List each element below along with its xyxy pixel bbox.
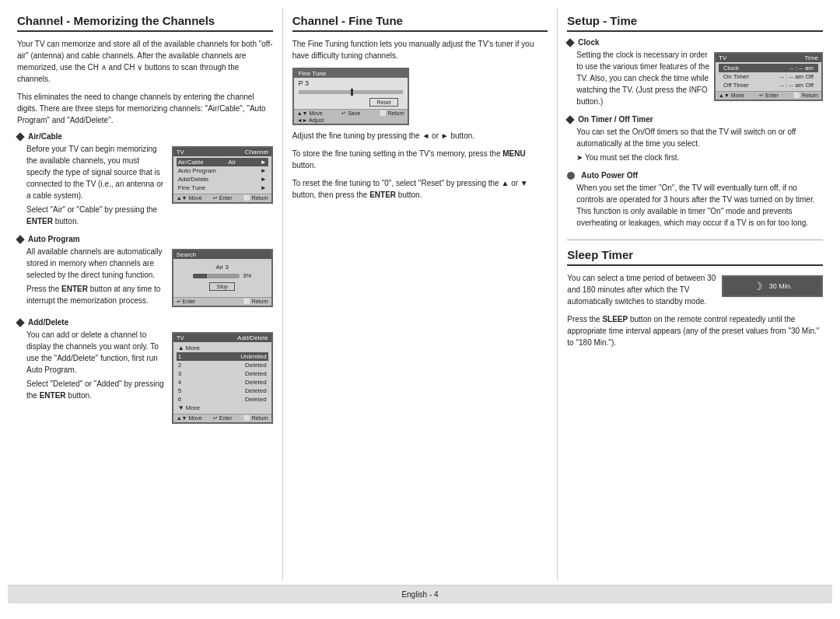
add-delete-row-more-bottom: ▼ More bbox=[177, 404, 268, 412]
sleep-icon: ☽ bbox=[753, 280, 763, 292]
time-screen: TV Time Clock -- : -- am On Timer -- : -… bbox=[714, 52, 823, 101]
col2-text3: To reset the fine tuning to "0", select … bbox=[292, 177, 548, 201]
add-delete-title: Add/Delete bbox=[17, 318, 273, 327]
auto-power-off-title: Auto Power Off bbox=[567, 171, 823, 180]
circle-icon bbox=[567, 172, 575, 180]
clock-title: Clock bbox=[567, 38, 823, 47]
channel-row-2: Add/Delete ► bbox=[177, 175, 268, 184]
diamond-icon-2 bbox=[16, 235, 24, 243]
ft-reset: Reset bbox=[369, 98, 397, 107]
footer-text: English - 4 bbox=[401, 590, 438, 599]
add-delete-row-more-top: ▲ More bbox=[177, 344, 268, 352]
sleep-value: 30 Min. bbox=[769, 282, 793, 290]
stop-button: Stop bbox=[209, 282, 234, 291]
col2-text1: Adjust the fine tuning by pressing the ◄… bbox=[292, 130, 548, 142]
col1-title: Channel - Memorizing the Channels bbox=[17, 14, 273, 32]
col2: Channel - Fine Tune The Fine Tuning func… bbox=[283, 8, 558, 580]
time-row-on: On Timer -- : -- am Off bbox=[719, 72, 818, 81]
channel-row-0: Air/Cable Air ► bbox=[177, 158, 268, 166]
search-screen: Search Air 3 3% Stop bbox=[172, 249, 273, 307]
air-cable-text2: Select "Air" or "Cable" by pressing the … bbox=[26, 204, 273, 227]
ft-nav: ▲▼ Move ↵ Save ⬜ Return bbox=[294, 109, 408, 117]
auto-power-off-text: When you set the timer "On", the TV will… bbox=[576, 182, 823, 229]
add-delete-row-3: 3 Deleted bbox=[177, 369, 268, 378]
subsection-clock: Clock TV Time Clock -- : -- am bbox=[567, 38, 823, 107]
channel-row-1: Auto Program ► bbox=[177, 166, 268, 175]
add-delete-screen: TV Add/Delete ▲ More 1 Unlimited 2 bbox=[172, 332, 273, 424]
channel-screen-titlebar: TV Channel bbox=[173, 148, 271, 156]
add-delete-titlebar: TV Add/Delete bbox=[173, 334, 271, 342]
search-screen-content: Air 3 3% Stop bbox=[173, 259, 271, 297]
add-delete-row-4: 4 Deleted bbox=[177, 378, 268, 386]
subsection-add-delete: Add/Delete TV Add/Delete ▲ More 1 U bbox=[17, 318, 273, 427]
subsection-on-off-timer: On Timer / Off Timer You can set the On/… bbox=[567, 115, 823, 163]
col1: Channel - Memorizing the Channels Your T… bbox=[8, 8, 283, 580]
channel-screen-nav: ▲▼ Move ↵ Enter ⬜ Return bbox=[173, 194, 271, 202]
on-off-timer-note: ➤ You must set the clock first. bbox=[576, 152, 823, 163]
ft-p3: P 3 bbox=[294, 78, 408, 89]
air-cable-title: Air/Cable bbox=[17, 132, 273, 141]
setup-time-section: Setup - Time Clock TV Time bbox=[567, 14, 823, 229]
ft-title: Fine Tune bbox=[294, 69, 408, 78]
subsection-auto-power-off: Auto Power Off When you set the timer "O… bbox=[567, 171, 823, 229]
page: Channel - Memorizing the Channels Your T… bbox=[0, 0, 840, 619]
sleep-text2: Press the SLEEP button on the remote con… bbox=[567, 313, 823, 348]
add-delete-row-5: 5 Deleted bbox=[177, 386, 268, 395]
columns: Channel - Memorizing the Channels Your T… bbox=[8, 8, 832, 580]
on-off-timer-text: You can set the On/Off timers so that th… bbox=[576, 126, 823, 149]
time-nav: ▲▼ Move ↵ Enter ⬜ Return bbox=[716, 91, 821, 100]
time-row-clock: Clock -- : -- am bbox=[719, 64, 818, 72]
subsection-auto-program: Auto Program Search Air 3 bbox=[17, 235, 273, 310]
auto-program-title: Auto Program bbox=[17, 235, 273, 243]
time-screen-content: Clock -- : -- am On Timer -- : -- am Off… bbox=[716, 62, 821, 91]
col1-intro2: This eliminates the need to change chann… bbox=[17, 91, 273, 126]
ft-nav2: ◄► Adjust bbox=[294, 117, 408, 124]
time-row-off: Off Timer -- : -- am Off bbox=[719, 81, 818, 89]
channel-row-3: Fine Tune ► bbox=[177, 184, 268, 192]
col2-title: Channel - Fine Tune bbox=[292, 14, 548, 32]
diamond-icon-3 bbox=[16, 318, 24, 327]
add-delete-row-6: 6 Deleted bbox=[177, 395, 268, 404]
diamond-icon-4 bbox=[566, 38, 575, 47]
subsection-air-cable: Air/Cable TV Channel Air/Cable Air ► bbox=[17, 132, 273, 227]
time-screen-titlebar: TV Time bbox=[716, 54, 821, 62]
sleep-timer-title: Sleep Timer bbox=[567, 248, 823, 266]
fine-tune-screen: Fine Tune P 3 Reset ▲▼ Move ↵ Save ⬜ Ret… bbox=[292, 68, 409, 125]
add-delete-row-2: 2 Deleted bbox=[177, 361, 268, 369]
add-delete-nav: ▲▼ Move ↵ Enter ⬜ Return bbox=[173, 414, 271, 422]
footer: English - 4 bbox=[8, 585, 832, 603]
col3-title: Setup - Time bbox=[567, 14, 823, 32]
add-delete-row-1: 1 Unlimited bbox=[177, 352, 268, 361]
sleep-timer-section: Sleep Timer ☽ 30 Min. You can select a t… bbox=[567, 240, 823, 355]
channel-screen-content: Air/Cable Air ► Auto Program ► Add/Delet… bbox=[173, 156, 271, 194]
search-content: Air 3 3% Stop bbox=[177, 261, 268, 296]
sleep-screen: ☽ 30 Min. bbox=[722, 275, 823, 297]
col1-intro: Your TV can memorize and store all of th… bbox=[17, 38, 273, 85]
search-screen-titlebar: Search bbox=[173, 250, 271, 259]
diamond-icon-5 bbox=[566, 115, 575, 124]
col2-intro: The Fine Tuning function lets you manual… bbox=[292, 38, 548, 61]
diamond-icon bbox=[16, 132, 24, 141]
col3: Setup - Time Clock TV Time bbox=[558, 8, 832, 580]
col2-text2: To store the fine tuning setting in the … bbox=[292, 148, 548, 171]
add-delete-content: ▲ More 1 Unlimited 2 Deleted 3 Deleted bbox=[173, 342, 271, 414]
channel-screen: TV Channel Air/Cable Air ► Auto Program … bbox=[172, 146, 273, 204]
on-off-timer-title: On Timer / Off Timer bbox=[567, 115, 823, 124]
search-nav: ↵ Enter ⬜ Return bbox=[173, 297, 271, 306]
sleep-timer-content: ☽ 30 Min. You can select a time period o… bbox=[567, 272, 823, 355]
ft-slider bbox=[294, 89, 408, 96]
